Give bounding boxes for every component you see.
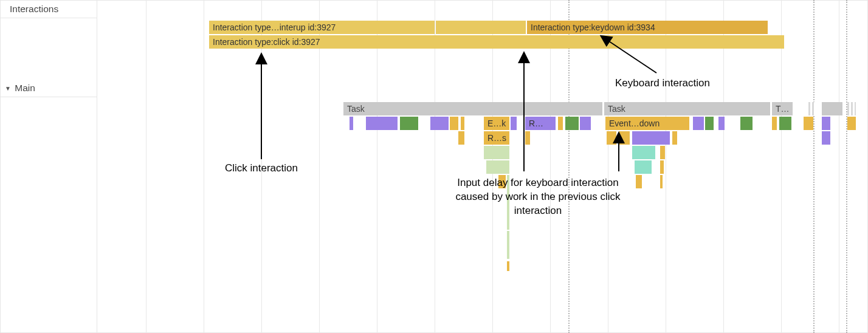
event-bar[interactable] bbox=[632, 146, 655, 159]
event-bar[interactable]: R… bbox=[525, 117, 556, 130]
track-label-text: Main bbox=[15, 83, 35, 93]
event-bar[interactable] bbox=[740, 117, 753, 130]
track-label-text: Interactions bbox=[10, 4, 58, 14]
track-label-main[interactable]: ▼ Main bbox=[0, 79, 97, 97]
grid-line bbox=[319, 0, 320, 333]
time-marker bbox=[813, 0, 815, 333]
interaction-bar-label: Interaction type:keydown id:3934 bbox=[531, 22, 655, 32]
interaction-pointerup-tail[interactable] bbox=[436, 21, 526, 34]
event-bar-label: Event…down bbox=[609, 118, 660, 128]
event-bar[interactable] bbox=[822, 131, 830, 145]
grid-line bbox=[781, 0, 782, 333]
event-bar[interactable] bbox=[847, 117, 856, 130]
grid-line bbox=[608, 0, 608, 333]
event-bar[interactable] bbox=[498, 175, 506, 188]
task-bar[interactable]: Task bbox=[604, 102, 770, 115]
task-bar-fragment[interactable] bbox=[822, 102, 842, 115]
event-bar[interactable] bbox=[718, 117, 725, 130]
event-bar[interactable] bbox=[450, 117, 458, 130]
event-bar[interactable] bbox=[705, 117, 714, 130]
chevron-down-icon[interactable]: ▼ bbox=[5, 85, 11, 92]
time-marker bbox=[846, 0, 847, 333]
grid-line bbox=[839, 0, 839, 333]
task-bar[interactable]: T… bbox=[772, 102, 793, 115]
grid-line bbox=[204, 0, 204, 333]
event-bar[interactable] bbox=[607, 131, 616, 145]
grid-line bbox=[666, 0, 666, 333]
event-bar[interactable] bbox=[525, 131, 530, 145]
grid-line bbox=[435, 0, 435, 333]
interaction-click-bar[interactable]: Interaction type:click id:3927 bbox=[209, 35, 784, 49]
grid-line bbox=[377, 0, 377, 333]
track-label-interactions[interactable]: Interactions bbox=[0, 0, 97, 18]
event-bar[interactable] bbox=[430, 117, 449, 130]
interaction-bar-label: Interaction type:click id:3927 bbox=[213, 37, 320, 47]
task-bar-label: Task bbox=[608, 104, 625, 114]
track-labels-col: Interactions ▼ Main bbox=[0, 0, 97, 333]
grid-line bbox=[550, 0, 551, 333]
event-bar[interactable] bbox=[772, 117, 777, 130]
event-bar[interactable] bbox=[660, 175, 663, 188]
event-bar[interactable] bbox=[660, 160, 664, 174]
event-bar[interactable]: E…k bbox=[484, 117, 509, 130]
event-bar[interactable] bbox=[565, 117, 579, 130]
interaction-keydown-bar[interactable]: Interaction type:keydown id:3934 bbox=[527, 21, 768, 34]
grid-line bbox=[723, 0, 724, 333]
event-bar[interactable] bbox=[484, 146, 509, 159]
event-bar-label: R… bbox=[529, 118, 543, 128]
event-bar[interactable] bbox=[804, 117, 813, 130]
event-bar[interactable] bbox=[366, 117, 398, 130]
event-bar[interactable] bbox=[507, 231, 509, 259]
event-bar[interactable] bbox=[558, 117, 563, 130]
event-bar[interactable]: R…s bbox=[484, 131, 509, 145]
event-bar[interactable]: Event…down bbox=[605, 117, 689, 130]
event-bar[interactable] bbox=[400, 117, 418, 130]
task-bar-label: Task bbox=[347, 104, 365, 114]
event-bar[interactable] bbox=[486, 160, 509, 174]
time-marker bbox=[568, 0, 570, 333]
event-bar[interactable] bbox=[511, 117, 517, 130]
grid-line bbox=[146, 0, 146, 333]
grid-line bbox=[261, 0, 262, 333]
event-bar[interactable] bbox=[507, 175, 509, 230]
event-bar-label: E…k bbox=[487, 118, 506, 128]
interaction-bar-label: Interaction type…interup id:3927 bbox=[213, 22, 336, 32]
event-bar[interactable] bbox=[693, 117, 704, 130]
event-bar[interactable] bbox=[636, 175, 642, 188]
event-bar[interactable] bbox=[350, 117, 353, 130]
event-bar[interactable] bbox=[672, 131, 677, 145]
event-bar-label: R…s bbox=[487, 133, 506, 143]
event-bar[interactable] bbox=[619, 131, 630, 145]
task-bar-fragment[interactable] bbox=[808, 102, 815, 115]
event-bar[interactable] bbox=[632, 131, 670, 145]
event-bar[interactable] bbox=[461, 117, 464, 130]
event-bar[interactable] bbox=[660, 146, 665, 159]
event-bar[interactable] bbox=[507, 261, 509, 271]
task-bar[interactable]: Task bbox=[343, 102, 602, 115]
event-bar[interactable] bbox=[580, 117, 591, 130]
event-bar[interactable] bbox=[458, 131, 464, 145]
task-bar-label: T… bbox=[776, 104, 790, 114]
interaction-pointerup-bar[interactable]: Interaction type…interup id:3927 bbox=[209, 21, 435, 34]
task-bar-fragment[interactable] bbox=[847, 102, 856, 115]
event-bar[interactable] bbox=[779, 117, 791, 130]
timeline-area[interactable]: Interaction type…interup id:3927 Interac… bbox=[97, 0, 868, 333]
event-bar[interactable] bbox=[635, 160, 652, 174]
event-bar[interactable] bbox=[822, 117, 830, 130]
